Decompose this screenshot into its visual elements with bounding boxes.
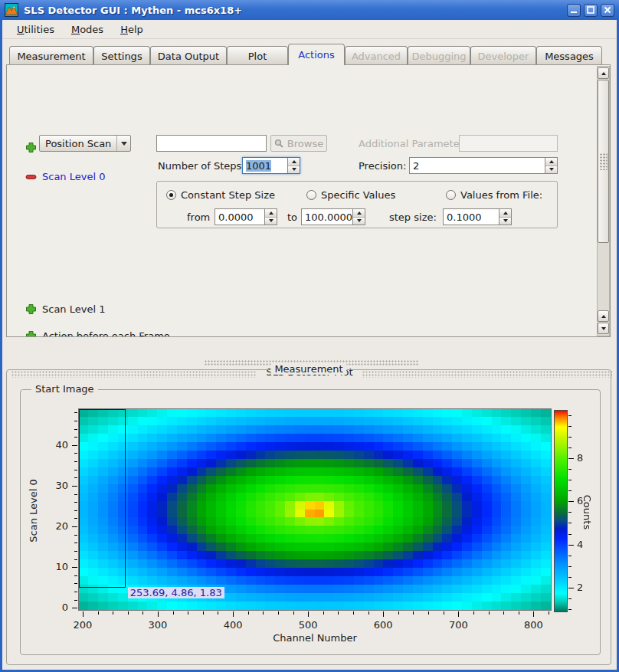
scrollbar-grip <box>600 153 608 170</box>
menu-modes[interactable]: Modes <box>64 21 110 38</box>
tab-actions[interactable]: Actions <box>288 44 345 65</box>
y-minor-tick <box>74 551 77 552</box>
scan-level-1-row[interactable]: Scan Level 1 <box>25 302 105 316</box>
y-tick-label: 40 <box>42 439 68 451</box>
tab-settings[interactable]: Settings <box>93 46 150 65</box>
action-before-frame-row[interactable]: Action before each Frame <box>25 329 170 337</box>
close-button[interactable] <box>601 4 614 17</box>
x-tick-label: 700 <box>443 619 473 631</box>
y-major-tick <box>72 608 77 608</box>
heatmap-plot: Scan Level 0 010203040 253.69, 4.86, 1.8… <box>21 390 600 654</box>
spin-buttons[interactable] <box>545 158 557 173</box>
action-label: Scan Level 0 <box>42 171 105 182</box>
title-bar[interactable]: SLS Detector GUI : Mythen - mcs6x18+ <box>0 0 619 20</box>
y-axis-title: Scan Level 0 <box>28 454 39 569</box>
menu-utilities[interactable]: Utilities <box>10 21 61 38</box>
minimize-button[interactable] <box>567 4 581 17</box>
z-minor-tick <box>568 512 572 513</box>
radio-specific-values[interactable] <box>306 190 316 200</box>
additional-parameter-label: Additional Parameter: <box>359 138 467 149</box>
x-minor-tick <box>293 611 294 615</box>
to-spinner[interactable]: 100.0000 <box>301 208 365 225</box>
add-icon[interactable] <box>25 330 37 338</box>
x-minor-tick <box>519 611 519 615</box>
add-icon[interactable] <box>25 142 37 153</box>
scan-mode-select[interactable]: Position Scan <box>39 135 131 152</box>
spin-buttons[interactable] <box>264 209 277 225</box>
spin-buttons[interactable] <box>287 158 300 173</box>
y-minor-tick <box>74 470 77 470</box>
y-minor-tick <box>74 494 77 495</box>
z-minor-tick <box>568 415 572 416</box>
add-icon[interactable] <box>25 303 37 315</box>
z-minor-tick <box>568 490 572 491</box>
x-minor-tick <box>142 611 143 615</box>
actions-panel: Action at Start Scan Level 0 Position Sc… <box>6 64 611 337</box>
colorbar <box>554 410 568 612</box>
y-minor-tick <box>74 502 77 503</box>
precision-spinner[interactable]: 2 <box>409 157 558 174</box>
y-minor-tick <box>74 421 77 421</box>
x-minor-tick <box>248 611 249 615</box>
z-minor-tick <box>568 556 572 556</box>
app-window: SLS Detector GUI : Mythen - mcs6x18+ Uti… <box>0 0 619 672</box>
tab-data-output[interactable]: Data Output <box>150 46 227 65</box>
cursor-readout: 253.69, 4.86, 1.83 <box>128 587 224 598</box>
x-minor-tick <box>353 611 354 615</box>
x-minor-tick <box>503 611 504 615</box>
steps-spinner[interactable]: 1001 <box>242 157 300 174</box>
z-minor-tick <box>568 469 572 470</box>
x-minor-tick <box>323 611 324 615</box>
from-value: 0.0000 <box>218 211 254 223</box>
tab-measurement[interactable]: Measurement <box>9 46 93 65</box>
remove-icon[interactable] <box>25 171 37 182</box>
z-minor-tick <box>568 447 572 448</box>
heatmap-canvas[interactable] <box>78 408 552 611</box>
y-minor-tick <box>74 592 77 592</box>
scroll-down-button[interactable] <box>598 323 609 334</box>
spin-buttons[interactable] <box>499 209 511 225</box>
menu-bar: UtilitiesModesHelp <box>2 20 617 39</box>
maximize-button[interactable] <box>584 4 598 17</box>
vertical-scrollbar[interactable] <box>597 66 610 336</box>
x-major-tick <box>308 611 309 617</box>
radio-label[interactable]: Constant Step Size <box>181 189 275 201</box>
radio-values-from-file[interactable] <box>446 190 456 200</box>
from-spinner[interactable]: 0.0000 <box>215 208 277 225</box>
tab-advanced: Advanced <box>345 46 408 65</box>
x-tick-label: 300 <box>142 619 173 631</box>
action-label: Scan Level 1 <box>42 303 105 315</box>
y-minor-tick <box>74 583 77 584</box>
scrollbar-thumb[interactable] <box>598 80 609 243</box>
tab-messages[interactable]: Messages <box>536 46 602 65</box>
app-icon <box>5 3 18 17</box>
x-minor-tick <box>398 611 399 615</box>
radio-label[interactable]: Values from File: <box>460 189 542 201</box>
menu-help[interactable]: Help <box>113 21 150 38</box>
x-minor-tick <box>444 611 444 615</box>
scan-level-0-row[interactable]: Scan Level 0 <box>25 169 105 183</box>
scan-script-input[interactable] <box>156 135 267 152</box>
y-tick-label: 10 <box>42 561 68 572</box>
x-minor-tick <box>413 611 414 615</box>
scan-mode-value: Position Scan <box>40 138 116 149</box>
precision-label: Precision: <box>359 160 406 172</box>
x-minor-tick <box>473 611 474 615</box>
scroll-up-button[interactable] <box>598 67 609 79</box>
radio-label[interactable]: Specific Values <box>321 189 395 201</box>
z-tick-label: 8 <box>577 452 592 464</box>
x-minor-tick <box>218 611 218 615</box>
radio-constant-step-size[interactable] <box>166 190 176 200</box>
magnifier-icon <box>274 139 283 148</box>
spin-buttons[interactable] <box>352 209 365 225</box>
x-minor-tick <box>368 611 369 615</box>
tab-debugging: Debugging <box>408 46 470 65</box>
step-size-spinner[interactable]: 0.1000 <box>443 208 512 225</box>
x-major-tick <box>458 611 459 617</box>
scroll-up-button-2[interactable] <box>598 310 609 322</box>
z-major-tick <box>568 501 574 502</box>
z-minor-tick <box>568 577 572 578</box>
measurement-group-title: Measurement <box>270 363 346 375</box>
tab-plot[interactable]: Plot <box>227 46 288 65</box>
selection-rectangle[interactable] <box>79 409 126 588</box>
